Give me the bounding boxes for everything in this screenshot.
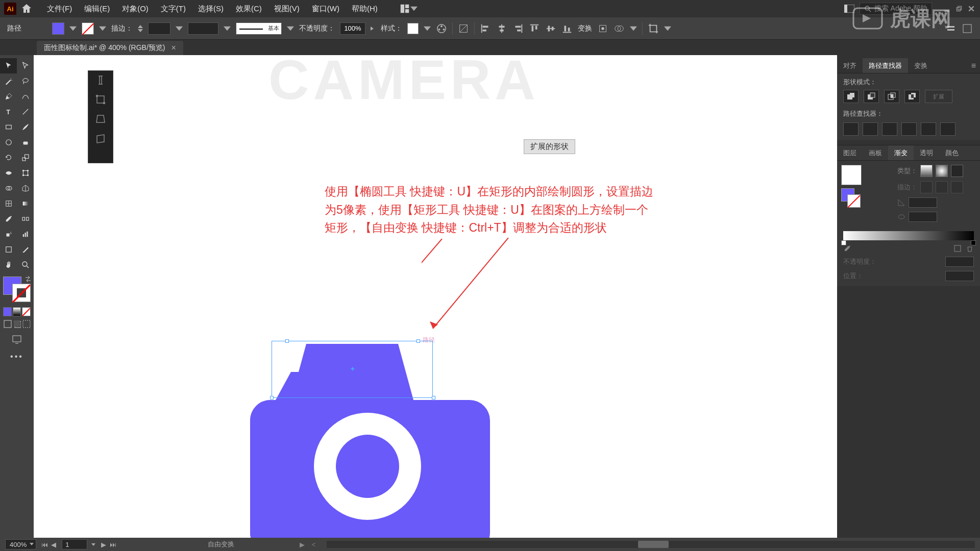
layout-icon[interactable] <box>399 3 410 14</box>
slice-tool[interactable] <box>17 242 34 257</box>
blend-tool[interactable] <box>17 211 34 227</box>
scrollbar-thumb[interactable] <box>638 541 669 548</box>
zoom-level-select[interactable]: 400% <box>5 539 36 549</box>
menu-file[interactable]: 文件(F) <box>41 4 78 14</box>
draw-behind-icon[interactable] <box>13 319 21 329</box>
chevron-down-icon[interactable] <box>99 25 106 32</box>
menu-window[interactable]: 窗口(W) <box>306 4 346 14</box>
zoom-tool[interactable] <box>17 257 34 272</box>
crop-button[interactable] <box>901 122 917 136</box>
shaper-tool[interactable] <box>0 135 17 150</box>
add-stop-icon[interactable] <box>953 244 962 253</box>
unite-button[interactable] <box>843 90 859 103</box>
tab-transform[interactable]: 变换 <box>908 58 934 73</box>
tab-color[interactable]: 颜色 <box>939 145 965 160</box>
menu-edit[interactable]: 编辑(E) <box>78 4 116 14</box>
gradient-stop-left[interactable] <box>841 240 846 245</box>
align-bottom-icon[interactable] <box>561 23 573 34</box>
trim-button[interactable] <box>863 122 878 136</box>
column-graph-tool[interactable] <box>17 227 34 242</box>
minus-front-button[interactable] <box>864 90 879 103</box>
help-search[interactable]: 搜索 Adobe 帮助 <box>860 3 932 15</box>
gradient-aspect-input[interactable] <box>909 212 937 222</box>
chevron-down-icon[interactable] <box>287 25 294 32</box>
gradient-slider[interactable] <box>843 231 974 240</box>
gradient-chip[interactable] <box>13 307 21 316</box>
align-top-icon[interactable] <box>529 23 540 34</box>
chevron-down-icon[interactable] <box>176 25 183 32</box>
minus-back-button[interactable] <box>940 122 955 136</box>
next-artboard-icon[interactable]: ▶ <box>100 540 108 548</box>
eraser-tool[interactable] <box>17 135 34 150</box>
constrain-icon[interactable] <box>94 74 107 86</box>
arrange-docs-icon[interactable] <box>844 5 854 13</box>
minimize-icon[interactable] <box>942 5 951 12</box>
eyedropper-icon[interactable] <box>843 244 851 253</box>
freeform-gradient-button[interactable] <box>951 165 963 177</box>
width-tool[interactable] <box>0 165 17 181</box>
merge-button[interactable] <box>882 122 897 136</box>
align-hcenter-icon[interactable] <box>496 23 507 34</box>
delete-stop-icon[interactable] <box>966 244 974 253</box>
sel-handle-tl[interactable] <box>285 339 289 343</box>
linear-gradient-button[interactable] <box>920 165 933 177</box>
gradient-stroke-indicator[interactable] <box>847 194 861 208</box>
perspective-tool[interactable] <box>17 181 34 196</box>
pen-tool[interactable] <box>0 89 17 104</box>
menu-help[interactable]: 帮助(H) <box>346 4 384 14</box>
chevron-down-icon[interactable] <box>91 543 95 546</box>
sel-handle-bl[interactable] <box>270 396 274 399</box>
screen-mode-icon[interactable] <box>11 334 22 345</box>
panel-menu-icon[interactable]: ≡ <box>967 58 980 73</box>
align-right-icon[interactable] <box>512 23 524 34</box>
sel-handle-br[interactable] <box>432 396 435 399</box>
chevron-down-icon[interactable] <box>630 25 637 32</box>
draw-normal-icon[interactable] <box>3 319 12 329</box>
horizontal-scrollbar[interactable] <box>327 541 975 548</box>
curvature-tool[interactable] <box>17 89 34 104</box>
eyedropper-tool[interactable] <box>0 211 17 227</box>
align-vcenter-icon[interactable] <box>545 23 556 34</box>
edit-toolbar-icon[interactable]: ••• <box>0 352 34 361</box>
fill-stroke-indicator[interactable] <box>3 277 31 302</box>
chevron-down-icon[interactable] <box>224 25 231 32</box>
menu-type[interactable]: 文字(T) <box>155 4 192 14</box>
close-icon[interactable] <box>967 5 976 12</box>
symbol-sprayer-tool[interactable] <box>0 227 17 242</box>
shape-builder-tool[interactable] <box>0 181 17 196</box>
recolor-icon[interactable] <box>436 23 447 34</box>
tab-transparency[interactable]: 透明 <box>914 145 939 160</box>
restore-icon[interactable] <box>954 5 964 12</box>
rotate-tool[interactable] <box>0 150 17 165</box>
none-chip[interactable] <box>22 307 31 316</box>
stepper-up-icon[interactable] <box>138 25 143 28</box>
menu-view[interactable]: 视图(V) <box>268 4 306 14</box>
status-play-icon[interactable]: ▶ <box>300 541 305 548</box>
swap-fill-stroke-icon[interactable] <box>24 276 32 283</box>
shape-builder-icon[interactable] <box>614 23 625 34</box>
divide-button[interactable] <box>843 122 859 136</box>
home-icon[interactable] <box>20 3 33 15</box>
rectangle-tool[interactable] <box>0 119 17 135</box>
artboard-number-input[interactable]: 1 <box>62 539 87 549</box>
free-distort-icon[interactable] <box>94 132 107 144</box>
gradient-stop-right[interactable] <box>971 240 976 245</box>
selection-tool[interactable] <box>0 58 17 73</box>
direct-selection-tool[interactable] <box>17 58 34 73</box>
stroke-weight-input[interactable] <box>148 22 170 35</box>
color-chip[interactable] <box>3 307 12 316</box>
free-transform-icon[interactable] <box>94 93 107 106</box>
gradient-preview[interactable] <box>841 165 862 185</box>
var-width-profile[interactable] <box>188 22 218 35</box>
chevron-down-icon[interactable] <box>410 5 418 12</box>
free-transform-widget[interactable] <box>88 70 113 163</box>
chevron-down-icon[interactable] <box>664 25 671 32</box>
graphic-style-swatch[interactable] <box>407 23 419 34</box>
chevron-down-icon[interactable] <box>69 25 77 32</box>
tab-pathfinder[interactable]: 路径查找器 <box>863 58 908 73</box>
chevron-down-icon[interactable] <box>424 25 431 32</box>
outline-button[interactable] <box>921 122 936 136</box>
align-to-key-icon[interactable] <box>458 23 469 34</box>
stroke-color-indicator[interactable] <box>12 284 31 302</box>
isolate-icon[interactable] <box>597 23 608 34</box>
